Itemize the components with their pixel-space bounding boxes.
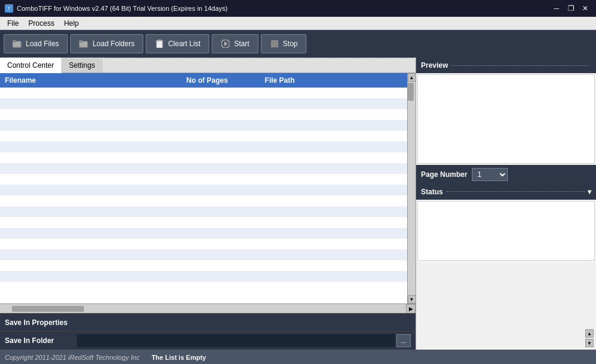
table-row [0,152,407,163]
right-panel-scroll-up[interactable]: ▲ [585,329,594,338]
menu-file[interactable]: File [2,18,23,29]
tab-settings[interactable]: Settings [62,58,103,73]
page-number-select[interactable]: 1 [472,168,508,181]
table-row [0,98,407,109]
start-label: Start [234,40,249,48]
table-row [0,217,407,228]
table-row [0,163,407,174]
minimize-button[interactable]: ─ [550,3,562,14]
preview-header: Preview [416,58,596,73]
load-files-label: Load Files [26,40,59,48]
table-row [0,228,407,239]
scroll-thumb-horizontal[interactable] [12,306,84,312]
status-bar: Copyright 2011-2021 iRedSoft Technology … [0,350,596,364]
toolbar: Load Files Load Folders Cleart List Star… [0,30,596,58]
scroll-right-button[interactable]: ▶ [406,304,416,314]
col-header-pages: No of Pages [182,76,260,85]
table-body [0,88,407,303]
save-in-folder-value[interactable] [77,334,395,347]
clear-list-icon [155,40,164,47]
menu-process[interactable]: Process [23,18,59,29]
clear-list-button[interactable]: Cleart List [146,34,209,53]
col-header-filepath: File Path [260,76,407,85]
svg-rect-9 [271,40,278,47]
tab-control-center[interactable]: Control Center [0,58,62,73]
scroll-thumb-vertical[interactable] [408,83,414,101]
stop-icon [270,40,279,47]
bottom-options: Save In Properties Save In Folder ... [0,313,416,350]
load-files-button[interactable]: Load Files [4,34,68,53]
status-area [417,201,595,261]
preview-header-dots [451,65,589,66]
save-in-folder-row: Save In Folder ... [0,332,416,350]
table-scroll-area[interactable] [0,88,407,303]
scroll-up-button[interactable]: ▲ [408,73,416,82]
table-row [0,131,407,142]
right-panel: Preview Page Number 1 Status ▾ ▲ ▼ [416,58,596,350]
preview-area [417,74,595,164]
status-header: Status ▾ [416,184,596,200]
stop-button[interactable]: Stop [261,34,307,53]
table-row [0,195,407,206]
horizontal-scrollbar[interactable]: ▶ [0,303,416,313]
preview-title: Preview [421,61,448,70]
col-header-filename: Filename [0,76,182,85]
menu-help[interactable]: Help [59,18,84,29]
start-button[interactable]: Start [212,34,258,53]
status-dropdown-arrow[interactable]: ▾ [588,188,591,196]
svg-rect-3 [79,40,83,43]
load-folders-button[interactable]: Load Folders [70,34,143,53]
title-bar: T ComboTIFF for Windows v2.47 (64 Bit) T… [0,0,596,17]
save-in-folder-label: Save In Folder [5,336,77,345]
browse-folder-button[interactable]: ... [396,334,411,347]
stop-label: Stop [283,40,298,48]
page-number-row: Page Number 1 [416,165,596,184]
tab-spacer [105,58,413,58]
right-panel-scroll-down[interactable]: ▼ [585,339,594,347]
load-files-icon [13,40,22,47]
table-row [0,142,407,152]
table-row [0,271,407,282]
table-header: Filename No of Pages File Path [0,73,407,88]
save-in-properties-row: Save In Properties [0,314,416,332]
status-header-dots [447,191,585,192]
close-button[interactable]: ✕ [579,3,591,14]
clear-list-label: Cleart List [168,40,200,48]
table-row [0,109,407,120]
load-folders-label: Load Folders [92,40,134,48]
table-row [0,174,407,185]
table-row [0,206,407,217]
tab-bar: Control Center Settings [0,58,416,73]
status-message: The List is Empty [152,354,206,361]
table-row [0,239,407,249]
table-row [0,88,407,98]
app-title: ComboTIFF for Windows v2.47 (64 Bit) Tri… [17,5,228,12]
scroll-down-button[interactable]: ▼ [408,295,416,303]
restore-button[interactable]: ❐ [565,3,577,14]
table-area: Filename No of Pages File Path [0,73,416,303]
copyright-text: Copyright 2011-2021 iRedSoft Technology … [5,354,140,361]
load-folders-icon [79,40,89,47]
save-in-properties-label: Save In Properties [5,318,77,327]
left-panel: Control Center Settings Filename No of P… [0,58,416,350]
title-bar-left: T ComboTIFF for Windows v2.47 (64 Bit) T… [5,4,228,13]
svg-rect-6 [158,40,161,41]
svg-marker-8 [224,41,228,46]
page-number-label: Page Number [421,170,467,179]
table-row [0,249,407,260]
table-row [0,120,407,131]
window-controls: ─ ❐ ✕ [550,3,591,14]
status-title: Status [421,188,443,196]
svg-rect-4 [156,41,162,48]
main-area: Control Center Settings Filename No of P… [0,58,596,350]
vertical-scrollbar[interactable]: ▲ ▼ [407,73,416,303]
table-row [0,185,407,195]
menu-bar: File Process Help [0,17,596,30]
app-icon: T [5,4,13,13]
start-icon [221,40,230,47]
svg-rect-1 [13,40,16,43]
table-row [0,260,407,271]
